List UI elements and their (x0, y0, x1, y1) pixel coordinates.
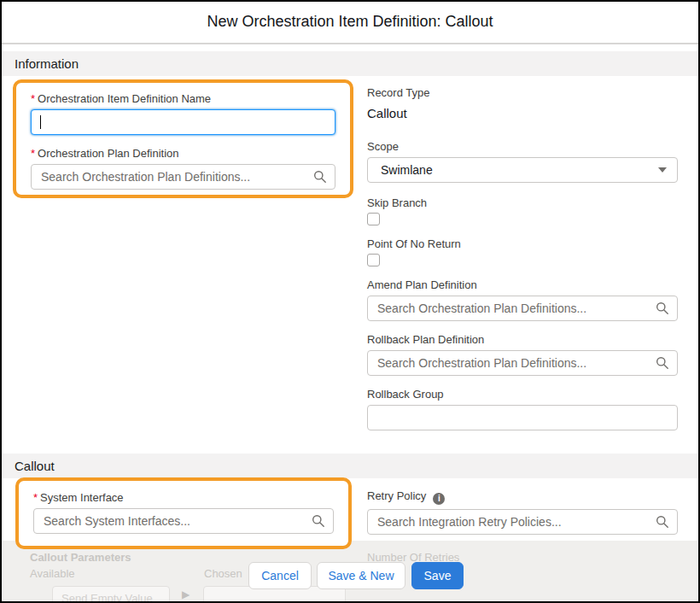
cancel-button[interactable]: Cancel (248, 562, 312, 589)
point-of-no-return-checkbox[interactable] (367, 254, 380, 266)
rollback-group-input[interactable] (367, 405, 678, 430)
amend-plan-definition-field: Amend Plan Definition (367, 278, 678, 321)
system-interface-search-input[interactable] (33, 508, 334, 534)
point-of-no-return-field: Point Of No Return (367, 237, 678, 266)
move-right-icon: ▶ (182, 588, 190, 600)
available-label: Available (30, 567, 75, 580)
orchestration-plan-definition-label: *Orchestration Plan Definition (31, 147, 335, 160)
scope-field: Scope Swimlane (367, 140, 678, 183)
system-interface-highlight-box: *System Interface (15, 477, 352, 549)
rollback-plan-definition-field: Rollback Plan Definition (367, 333, 678, 376)
page-title: New Orchestration Item Definition: Callo… (2, 2, 698, 41)
info-icon[interactable]: i (433, 493, 445, 505)
record-type-field: Record Type Callout (367, 86, 678, 120)
new-orchestration-item-modal: New Orchestration Item Definition: Callo… (0, 0, 700, 603)
required-fields-highlight-box: *Orchestration Item Definition Name *Orc… (13, 79, 353, 198)
header-divider (2, 43, 698, 44)
rollback-plan-definition-label: Rollback Plan Definition (367, 333, 678, 346)
text-cursor (40, 115, 41, 129)
record-type-value: Callout (367, 106, 678, 120)
scope-selected-value: Swimlane (381, 163, 433, 177)
amend-plan-definition-label: Amend Plan Definition (367, 278, 678, 291)
amend-plan-definition-search-input[interactable] (367, 296, 678, 321)
retry-policy-search-input[interactable] (367, 509, 678, 535)
callout-parameters-label: Callout Parameters (30, 551, 131, 564)
retry-policy-label: Retry Policyi (367, 489, 678, 505)
save-and-new-button[interactable]: Save & New (317, 562, 405, 589)
record-type-label: Record Type (367, 86, 678, 99)
orchestration-plan-definition-search-input[interactable] (31, 164, 335, 190)
retry-policy-field: Retry Policyi (367, 489, 678, 535)
required-icon: * (33, 491, 38, 504)
available-listbox: Send Empty Value (52, 586, 170, 601)
required-icon: * (31, 92, 35, 105)
skip-branch-field: Skip Branch (367, 196, 678, 225)
orchestration-item-definition-name-input[interactable] (31, 109, 335, 135)
point-of-no-return-label: Point Of No Return (367, 237, 678, 250)
section-header-information: Information (2, 51, 698, 76)
list-item: Send Empty Value (61, 592, 160, 601)
section-header-callout: Callout (2, 454, 698, 478)
skip-branch-checkbox[interactable] (367, 213, 380, 225)
chevron-down-icon (658, 167, 667, 173)
system-interface-label: *System Interface (33, 491, 334, 504)
rollback-group-field: Rollback Group (367, 388, 678, 430)
rollback-group-label: Rollback Group (367, 388, 678, 401)
orchestration-item-definition-name-label: *Orchestration Item Definition Name (31, 92, 335, 105)
skip-branch-label: Skip Branch (367, 196, 678, 209)
chosen-label: Chosen (204, 567, 242, 580)
scope-select[interactable]: Swimlane (367, 157, 678, 183)
scope-label: Scope (367, 140, 678, 153)
save-button[interactable]: Save (411, 562, 464, 589)
required-icon: * (31, 147, 35, 160)
rollback-plan-definition-search-input[interactable] (367, 350, 678, 376)
